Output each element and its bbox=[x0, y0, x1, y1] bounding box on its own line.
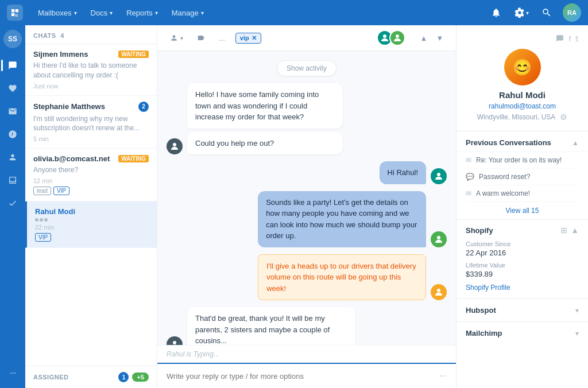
app-logo[interactable] bbox=[7, 5, 23, 21]
assign-button[interactable]: ▾ bbox=[167, 32, 187, 44]
chat-time: 22 min bbox=[35, 224, 149, 231]
more-options-button[interactable]: ... bbox=[215, 32, 229, 45]
message-row: Hello! I have some family coming into to… bbox=[167, 83, 447, 154]
nav-reports-label: Reports bbox=[126, 9, 153, 17]
mail-icon: ✉ bbox=[466, 156, 471, 164]
chat-name: Stephanie Matthews bbox=[33, 102, 105, 111]
profile-email[interactable]: rahulmodi@toast.com bbox=[489, 102, 556, 110]
sidebar-icons: SS ··· bbox=[0, 25, 25, 388]
chat-item[interactable]: Stephanie Matthews 2 I'm still wondering… bbox=[25, 96, 157, 149]
collapse-icon[interactable]: ▲ bbox=[571, 226, 579, 235]
nav-docs[interactable]: Docs ▾ bbox=[85, 5, 119, 21]
nav-down-button[interactable]: ▼ bbox=[433, 31, 447, 45]
grid-icon[interactable]: ⊞ bbox=[560, 226, 567, 235]
message-bubble: Sounds like a party! Let's get the detai… bbox=[258, 191, 426, 247]
chat-icon: 💬 bbox=[466, 173, 474, 181]
view-all-link[interactable]: View all 15 bbox=[466, 202, 579, 219]
nav-mailboxes[interactable]: Mailboxes ▾ bbox=[32, 5, 83, 21]
shopify-title: Shopify bbox=[466, 226, 493, 235]
sidebar-item-more[interactable]: ··· bbox=[2, 363, 23, 383]
chat-tags: VIP bbox=[35, 233, 149, 242]
assigned-header: ASSIGNED 1 +5 bbox=[25, 366, 157, 388]
chat-badge-count: 2 bbox=[138, 102, 149, 112]
assigned-title: ASSIGNED bbox=[33, 374, 68, 381]
reply-more-button[interactable]: ··· bbox=[439, 371, 447, 381]
twitter-icon[interactable]: 𝕥 bbox=[575, 34, 579, 44]
svg-point-0 bbox=[383, 34, 386, 38]
section-title: Previous Conversations bbox=[466, 138, 551, 147]
message-row: Sounds like a party! Let's get the detai… bbox=[167, 191, 447, 247]
messages-container: Show activity Hello! I have some family … bbox=[157, 51, 456, 345]
message-bubble-alert: I'll give a heads up to our drivers that… bbox=[258, 254, 426, 301]
sidebar-item-inbox[interactable] bbox=[2, 170, 23, 191]
right-panel: f 𝕥 😊 Rahul Modi rahulmodi@toast.com Win… bbox=[456, 25, 588, 388]
svg-point-2 bbox=[173, 143, 176, 146]
sidebar-item-heart[interactable] bbox=[2, 78, 23, 99]
previous-conversations-section: Previous Conversations ▲ bbox=[457, 131, 588, 152]
sidebar-item-chat[interactable] bbox=[2, 55, 23, 76]
assigned-plus-badge: +5 bbox=[132, 373, 149, 382]
collapse-button[interactable]: ▲ bbox=[572, 139, 579, 147]
lifetime-value-value: $339.89 bbox=[466, 270, 579, 278]
agent-avatar-2 bbox=[431, 231, 447, 247]
sidebar-item-check[interactable] bbox=[2, 193, 23, 214]
svg-point-6 bbox=[173, 341, 176, 344]
facebook-icon[interactable]: f bbox=[568, 34, 571, 44]
lead-tag: lead bbox=[33, 187, 51, 195]
nav-manage[interactable]: Manage ▾ bbox=[166, 5, 210, 21]
chevron-down-icon: ▾ bbox=[201, 10, 204, 16]
location-text: Windyville, Missouri, USA bbox=[477, 113, 556, 121]
prev-conv-text: A warm welcome! bbox=[476, 189, 530, 197]
settings-icon[interactable]: ⚙ bbox=[560, 112, 567, 122]
chat-item[interactable]: olivia.b@comcast.net WAITING Anyone ther… bbox=[25, 149, 157, 201]
mailchimp-section[interactable]: Mailchimp ▾ bbox=[457, 321, 588, 344]
chat-icon[interactable] bbox=[556, 34, 564, 44]
vip-tag-toolbar[interactable]: vip ✕ bbox=[235, 33, 261, 44]
hubspot-title: Hubspot bbox=[466, 306, 496, 315]
prev-conv-item: ✉ A warm welcome! bbox=[466, 185, 579, 202]
notifications-button[interactable] bbox=[487, 3, 505, 22]
chat-preview: I'm still wondering why my new subscript… bbox=[33, 114, 149, 134]
previous-conversations-list: ✉ Re: Your order is on its way! 💬 Passwo… bbox=[457, 152, 588, 219]
sidebar-item-clock[interactable] bbox=[2, 124, 23, 145]
profile-name: Rahul Modi bbox=[499, 90, 546, 100]
customer-avatar bbox=[167, 138, 183, 154]
profile-header: f 𝕥 😊 Rahul Modi rahulmodi@toast.com Win… bbox=[457, 25, 588, 131]
conversation-nav: ▲ ▼ bbox=[417, 31, 447, 45]
chat-name: olivia.b@comcast.net bbox=[33, 154, 110, 163]
hubspot-section[interactable]: Hubspot ▾ bbox=[457, 298, 588, 321]
assigned-count: 1 bbox=[118, 372, 129, 382]
nav-mailboxes-label: Mailboxes bbox=[38, 9, 72, 17]
chats-title: CHATS 4 bbox=[33, 32, 64, 39]
chat-item-active[interactable]: Rahul Modi 22 min VIP bbox=[25, 201, 157, 248]
message-bubble: Hello! I have some family coming into to… bbox=[187, 83, 343, 129]
chevron-down-icon: ▾ bbox=[110, 10, 113, 16]
svg-point-3 bbox=[437, 173, 440, 176]
user-avatar[interactable]: RA bbox=[563, 3, 581, 22]
prev-conv-item: ✉ Re: Your order is on its way! bbox=[466, 152, 579, 169]
chat-item[interactable]: Sijmen Immens WAITING Hi there I'd like … bbox=[25, 44, 157, 96]
show-activity-button[interactable]: Show activity bbox=[277, 60, 336, 76]
search-button[interactable] bbox=[537, 3, 556, 22]
profile-social-icons: f 𝕥 bbox=[556, 34, 579, 44]
agent-avatar bbox=[431, 168, 447, 184]
nav-up-button[interactable]: ▲ bbox=[417, 31, 431, 45]
chat-area: ▾ ... vip ✕ ▲ ▼ bbox=[157, 25, 456, 388]
shopify-content: Customer Since 22 Apr 2016 Lifetime Valu… bbox=[457, 240, 588, 298]
shopify-profile-link[interactable]: Shopify Profile bbox=[466, 284, 510, 292]
tag-button[interactable] bbox=[194, 32, 208, 44]
nav-reports[interactable]: Reports ▾ bbox=[121, 5, 164, 21]
sidebar-item-person[interactable] bbox=[2, 147, 23, 168]
chats-list: Sijmen Immens WAITING Hi there I'd like … bbox=[25, 44, 157, 366]
settings-button[interactable]: ▾ bbox=[512, 3, 531, 22]
main-layout: SS ··· CHATS 4 bbox=[0, 25, 588, 388]
reply-input[interactable] bbox=[167, 372, 435, 381]
prev-conv-text: Re: Your order is on its way! bbox=[476, 156, 562, 164]
close-icon: ✕ bbox=[252, 34, 257, 42]
sidebar-item-ss[interactable]: SS bbox=[3, 30, 22, 48]
chat-name: Rahul Modi bbox=[35, 207, 75, 216]
vip-tag: VIP bbox=[53, 187, 69, 195]
chats-header: CHATS 4 bbox=[25, 25, 157, 44]
sidebar-item-mail[interactable] bbox=[2, 101, 23, 122]
profile-avatar: 😊 bbox=[504, 49, 541, 86]
